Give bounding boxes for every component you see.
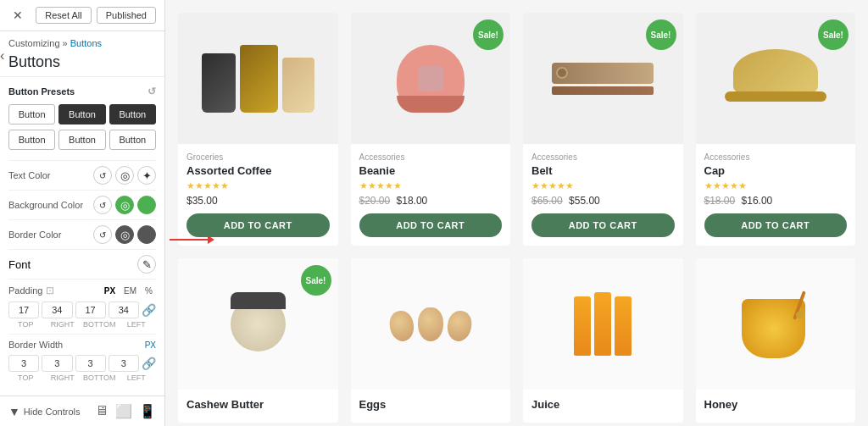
- product-info-eggs: Eggs: [351, 390, 511, 423]
- preset-button-6[interactable]: Button: [109, 130, 156, 150]
- add-to-cart-belt[interactable]: ADD TO CART: [531, 213, 675, 237]
- bg-color-swatch[interactable]: [137, 196, 156, 214]
- font-row: Font ✎: [8, 249, 156, 279]
- padding-row: Padding ⊡ PX EM % 🔗 TOP RIGHT BOTTOM: [8, 279, 156, 334]
- close-button[interactable]: ✕: [8, 7, 27, 24]
- old-price-belt: $65.00: [531, 195, 563, 207]
- preset-button-1[interactable]: Button: [8, 104, 55, 124]
- breadcrumb: Customizing » Buttons: [8, 38, 156, 48]
- border-color-row: Border Color ↺ ◎: [8, 219, 156, 249]
- product-card-coffee: Groceries Assorted Coffee ★★★★★ $35.00 A…: [178, 13, 338, 246]
- border-color-circle-picker[interactable]: ◎: [115, 225, 134, 244]
- product-image-beanie: Sale!: [351, 13, 511, 144]
- published-button[interactable]: Published: [97, 7, 156, 24]
- back-button[interactable]: ‹: [0, 48, 4, 64]
- coffee-bag-gold: [240, 45, 278, 113]
- coffee-image: [202, 45, 314, 113]
- bg-color-reset[interactable]: ↺: [93, 196, 112, 214]
- background-color-label: Background Color: [8, 200, 83, 210]
- desktop-icon[interactable]: 🖥: [95, 403, 108, 419]
- product-info-belt: Accessories Belt ★★★★★ $65.00 $55.00 ADD…: [523, 144, 683, 246]
- padding-right-input[interactable]: [42, 302, 72, 318]
- product-price-beanie: $20.00 $18.00: [359, 195, 503, 207]
- product-card-honey: Honey: [696, 258, 856, 423]
- sale-badge-cap: Sale!: [818, 19, 849, 50]
- product-image-cap: Sale!: [696, 13, 856, 144]
- unit-px[interactable]: PX: [101, 285, 119, 296]
- panel-title: Buttons: [8, 50, 156, 73]
- product-card-juice: Juice: [523, 258, 683, 423]
- border-color-swatch[interactable]: [137, 225, 156, 244]
- bg-color-circle-picker[interactable]: ◎: [115, 196, 134, 214]
- product-info-cap: Accessories Cap ★★★★★ $18.00 $16.00 ADD …: [696, 144, 856, 246]
- product-image-honey: [696, 258, 856, 390]
- text-color-controls: ↺ ◎ ✦: [93, 166, 156, 185]
- preset-button-5[interactable]: Button: [58, 130, 105, 150]
- text-color-reset[interactable]: ↺: [93, 166, 112, 185]
- coffee-bag-cream: [282, 58, 314, 113]
- product-image-belt: Sale!: [523, 13, 683, 144]
- padding-left-input[interactable]: [108, 302, 139, 318]
- juice-bottle-3: [615, 296, 632, 356]
- product-stars-beanie: ★★★★★: [359, 180, 503, 191]
- juice-bottle-1: [574, 296, 591, 356]
- breadcrumb-area: ‹ Customizing » Buttons Buttons: [0, 31, 164, 77]
- border-bottom-input[interactable]: [75, 355, 106, 372]
- font-label: Font: [8, 258, 31, 271]
- breadcrumb-link[interactable]: Buttons: [70, 38, 102, 48]
- price-belt: $55.00: [569, 195, 600, 207]
- background-color-controls: ↺ ◎: [93, 196, 156, 214]
- belt-image: [552, 63, 654, 95]
- product-card-cashew: Sale! Cashew Butter: [178, 258, 338, 423]
- padding-resize-icon: ⊡: [46, 285, 54, 296]
- product-card-eggs: Eggs: [351, 258, 511, 423]
- border-top-input[interactable]: [8, 355, 39, 372]
- preset-button-4[interactable]: Button: [8, 130, 55, 150]
- border-width-inputs: 🔗: [8, 355, 156, 372]
- border-sub-labels: TOP RIGHT BOTTOM LEFT: [8, 373, 156, 382]
- sale-badge-cashew: Sale!: [301, 265, 331, 296]
- padding-sub-labels: TOP RIGHT BOTTOM LEFT: [8, 320, 156, 329]
- presets-reset-icon[interactable]: ↺: [147, 86, 156, 97]
- reset-all-button[interactable]: Reset All: [36, 7, 91, 24]
- text-color-eyedropper[interactable]: ✦: [137, 166, 156, 185]
- padding-link-icon[interactable]: 🔗: [142, 303, 156, 317]
- product-category-beanie: Accessories: [359, 152, 503, 162]
- unit-percent[interactable]: %: [142, 285, 156, 296]
- price-cap: $16.00: [742, 195, 773, 207]
- product-name-honey: Honey: [704, 398, 848, 411]
- preset-button-3[interactable]: Button: [109, 104, 156, 124]
- padding-label-row: Padding ⊡ PX EM %: [8, 285, 156, 296]
- sale-badge-beanie: Sale!: [473, 19, 504, 50]
- border-width-unit: PX: [145, 340, 156, 350]
- add-to-cart-coffee[interactable]: ADD TO CART: [186, 213, 330, 237]
- unit-em[interactable]: EM: [120, 285, 140, 296]
- eggs-image: [390, 307, 471, 341]
- padding-unit-tabs: PX EM %: [101, 285, 156, 296]
- text-color-row: Text Color ↺ ◎ ✦: [8, 160, 156, 190]
- product-name-juice: Juice: [531, 398, 675, 411]
- product-image-cashew: Sale!: [178, 258, 338, 390]
- tablet-icon[interactable]: ⬜: [115, 403, 132, 419]
- border-color-reset[interactable]: ↺: [93, 225, 112, 244]
- mobile-icon[interactable]: 📱: [139, 403, 156, 419]
- padding-bottom-input[interactable]: [75, 302, 106, 318]
- border-right-input[interactable]: [42, 355, 72, 372]
- product-category-belt: Accessories: [531, 152, 675, 162]
- border-left-input[interactable]: [108, 355, 139, 372]
- egg-2: [418, 307, 443, 341]
- product-name-belt: Belt: [531, 164, 675, 177]
- product-image-juice: [523, 258, 683, 390]
- action-buttons: Reset All Published: [36, 7, 156, 24]
- add-to-cart-cap[interactable]: ADD TO CART: [704, 213, 848, 237]
- add-to-cart-beanie[interactable]: ADD TO CART: [359, 213, 503, 237]
- preset-button-2[interactable]: Button: [58, 104, 105, 124]
- text-color-circle-picker[interactable]: ◎: [115, 166, 134, 185]
- padding-label: Padding ⊡: [8, 285, 54, 296]
- juice-image: [574, 292, 632, 356]
- hide-controls-label[interactable]: ▼ Hide Controls: [8, 405, 81, 418]
- border-link-icon[interactable]: 🔗: [142, 357, 156, 370]
- font-edit-icon[interactable]: ✎: [137, 255, 156, 274]
- padding-top-input[interactable]: [8, 302, 39, 318]
- padding-inputs: 🔗: [8, 302, 156, 318]
